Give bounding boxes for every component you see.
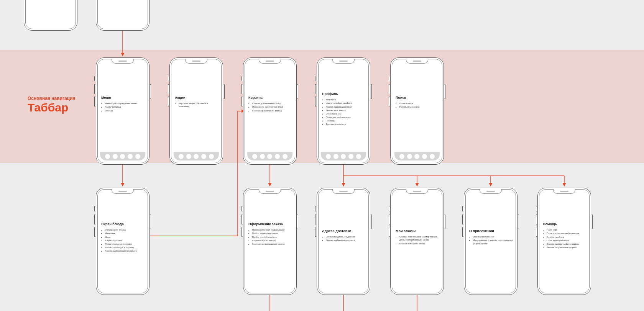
section-label: Основная навигация Таббар [28,96,75,113]
tab-icon [326,154,331,159]
bullet-item: Кнопка оформления заказа [252,109,293,112]
screen-addresses: Адреса доставки Список созданных адресов… [317,188,370,295]
bullet-item: Кнопка повторить заказ [399,242,440,245]
screen-bullets: Список созданных адресовКнопка добавлени… [322,235,366,242]
bullet-item: Кнопка мои заказы [326,109,366,112]
screen-bullets: Иконка приложенияИнформация о версии при… [469,235,514,245]
tab-icon [275,154,280,159]
bullet-item: Поля контактной информации [252,228,293,231]
bullet-item: Список всех заказов (номер заказа, дата,… [399,235,440,241]
screen-bullets: Список всех заказов (номер заказа, дата,… [396,235,440,245]
bullet-item: Список добавленных блюд [252,102,293,105]
screen-profile: Профиль АватаркаИмя и телефон профиляКно… [317,57,370,165]
bullet-item: Выбор адреса доставки [252,232,293,235]
screen-bullets: АватаркаИмя и телефон профиляКнопка адре… [322,98,366,126]
screen-title: О приложении [469,229,514,233]
tab-icon [135,154,140,159]
tab-icon [120,154,125,159]
bullet-item: Фотография блюда [105,228,146,231]
screen-title: Оформление заказа [248,222,293,226]
phone-frame [96,0,150,31]
tabbar [247,152,292,160]
tab-icon [267,154,272,159]
screen-title: Меню [101,96,146,100]
screen-bullets: Карточки акций (картинка и описание) [175,102,219,108]
tab-icon [422,154,427,159]
section-title: Таббар [28,102,75,113]
tab-icon [283,154,288,159]
screen-promo: Акции Карточки акций (картинка и описани… [169,57,223,165]
screen-checkout: Оформление заказа Поля контактной информ… [243,188,297,295]
tab-icon [334,154,338,159]
phone-frame [24,0,77,31]
tab-icon [179,154,184,159]
bullet-item: Кнопка добавления в корзину [105,249,146,252]
bullet-item: Цена [105,236,146,239]
bullet-item: Изменение количества блюд [252,105,293,108]
tab-icon [201,154,206,159]
bullet-item: Информация о версии приложения и разрабо… [473,239,514,245]
bullet-item: Кнопка подтверждения заказа [252,242,293,246]
bullet-item: Кнопка перехода в корзину [105,246,146,249]
screen-about: О приложении Иконка приложенияИнформация… [464,188,518,295]
tab-icon [414,154,419,159]
tab-icon [348,154,353,159]
screen-help: Помощь Поле ИмяПоле контактная информаци… [537,188,591,295]
tabbar [321,152,366,160]
tabbar [174,152,219,160]
screen-title: Мои заказы [396,229,440,233]
screen-bullets: Список добавленных блюдИзменение количес… [248,102,293,112]
bullet-item: Помощь [326,119,366,122]
section-subtitle: Основная навигация [28,96,75,101]
bullet-item: Название [105,232,146,235]
screen-title: Профиль [322,92,366,96]
tab-icon [105,154,110,159]
bullet-item: Поле для сообщения [547,239,587,242]
screen-bullets: Поле поискаРезультаты поиска [396,102,440,108]
bullet-item: Поле Имя [547,228,587,231]
screen-dish: Экран блюда Фотография блюдаНазваниеЦена… [96,188,150,295]
tab-icon [194,154,199,159]
screen-title: Помощь [543,222,587,226]
bullet-item: Кнопка добавить фотографию [547,242,587,246]
screen-title: Поиск [396,96,440,100]
tab-icon [209,154,214,159]
bullet-item: Фильтр [105,109,146,112]
screen-title: Экран блюда [101,222,146,226]
bullet-item: Имя и телефон профиля [326,101,366,105]
bullet-item: Иконка приложения [473,235,514,238]
bullet-item: Список проблем [547,236,587,239]
bullet-item: Список созданных адресов [326,235,366,238]
tab-icon [128,154,133,159]
bullet-item: Выбор способа оплаты [252,236,293,239]
screen-search: Поиск Поле поискаРезультаты поиска [390,57,444,165]
screen-menu: Меню Навигация по разделам менюКарточки … [96,57,150,165]
bullet-item: Карточки блюд [105,105,146,108]
bullet-item: Кнопка адреса доставки [326,105,366,108]
screen-bullets: Поля контактной информацииВыбор адреса д… [248,228,293,245]
bullet-item: Редактирование состава [105,242,146,246]
bullet-item: Правовая информация [326,116,366,119]
bullet-item: Навигация по разделам меню [105,102,146,105]
tabbar [100,152,145,160]
tab-icon [407,154,412,159]
bullet-item: Поле контактная информация [547,232,587,235]
screen-title: Корзина [248,96,293,100]
screen-orders: Мои заказы Список всех заказов (номер за… [390,188,444,295]
bullet-item: Кнопка отправления формы [547,246,587,249]
screen-bullets: Навигация по разделам менюКарточки блюдФ… [101,102,146,112]
screen-title: Акции [175,96,219,100]
bullet-item: Кнопка добавления адреса [326,239,366,242]
bullet-item: Доставка и оплата [326,123,366,126]
tab-icon [399,154,404,159]
tab-icon [430,154,435,159]
bullet-item: Поле поиска [399,102,440,105]
bullet-item: Аватарка [326,98,366,101]
tab-icon [252,154,257,159]
screen-cart: Корзина Список добавленных блюдИзменение… [243,57,297,165]
screen-bullets: Фотография блюдаНазваниеЦенаХарактеристи… [101,228,146,252]
tab-icon [260,154,265,159]
tabbar [394,152,440,160]
bullet-item: О приложении [326,112,366,115]
bullet-item: Характеристики [105,239,146,242]
